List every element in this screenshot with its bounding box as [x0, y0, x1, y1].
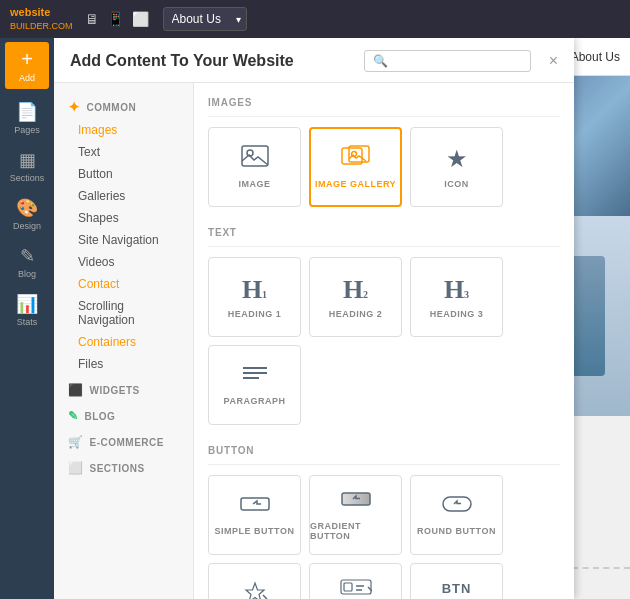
image-gallery-label: IMAGE GALLERY — [315, 179, 396, 189]
logo: websiteBUILDER.COM — [10, 6, 73, 32]
text-section-header: TEXT — [208, 223, 560, 247]
widgets-section[interactable]: ⬛ WIDGETS — [54, 375, 193, 401]
sidebar-item-pages[interactable]: 📄 Pages — [5, 95, 49, 141]
heading3-label: HEADING 3 — [430, 309, 484, 319]
nav-item-containers[interactable]: Containers — [54, 331, 193, 353]
images-grid: IMAGE IMAGE GALLERY — [208, 127, 560, 207]
grid-item-heading2[interactable]: H2 HEADING 2 — [309, 257, 402, 337]
page-dropdown-wrap: About Us — [157, 7, 247, 31]
close-button[interactable]: × — [549, 52, 558, 70]
sections-section[interactable]: ⬜ SECTIONS — [54, 453, 193, 479]
add-content-panel: Add Content To Your Website 🔍 × ✦ COMMON — [54, 38, 574, 599]
grid-item-text-button[interactable]: BTN TEXT BUTTON — [410, 563, 503, 599]
grid-item-icon-text-button[interactable]: ICON & TEXT BUTTON — [309, 563, 402, 599]
simple-button-label: SIMPLE BUTTON — [215, 526, 295, 536]
grid-item-heading1[interactable]: H1 HEADING 1 — [208, 257, 301, 337]
stats-icon: 📊 — [16, 293, 38, 315]
desktop-icon[interactable]: 🖥 — [85, 11, 99, 27]
panel-nav: ✦ COMMON Images Text Button Galleries Sh… — [54, 83, 194, 599]
blog-bullet: ✎ — [68, 409, 79, 423]
blog-section[interactable]: ✎ BLOG — [54, 401, 193, 427]
ecomm-bullet: 🛒 — [68, 435, 84, 449]
nav-item-text[interactable]: Text — [54, 141, 193, 163]
svg-rect-11 — [341, 580, 371, 594]
left-sidebar: + Add 📄 Pages ▦ Sections 🎨 Design ✎ Blog… — [0, 38, 54, 599]
svg-rect-8 — [241, 498, 269, 510]
plus-icon: + — [21, 48, 33, 71]
image-gallery-icon — [341, 145, 371, 173]
nav-item-button[interactable]: Button — [54, 163, 193, 185]
grid-item-simple-button[interactable]: SIMPLE BUTTON — [208, 475, 301, 555]
nav-item-videos[interactable]: Videos — [54, 251, 193, 273]
sections-bullet: ⬜ — [68, 461, 84, 475]
text-grid: H1 HEADING 1 H2 HEADING 2 H3 HEADING 3 — [208, 257, 560, 425]
panel-header: Add Content To Your Website 🔍 × — [54, 38, 574, 83]
paragraph-icon — [241, 364, 269, 390]
page-dropdown[interactable]: About Us — [163, 7, 247, 31]
sections-label: Sections — [10, 173, 45, 183]
h3-icon: H3 — [444, 275, 469, 305]
nav-item-images[interactable]: Images — [54, 119, 193, 141]
nav-item-galleries[interactable]: Galleries — [54, 185, 193, 207]
nav-item-contact[interactable]: Contact — [54, 273, 193, 295]
round-button-icon — [441, 494, 473, 520]
panel-body: ✦ COMMON Images Text Button Galleries Sh… — [54, 83, 574, 599]
grid-item-round-button[interactable]: ROUND BUTTON — [410, 475, 503, 555]
button-section-header: BUTTON — [208, 441, 560, 465]
blog-icon: ✎ — [20, 245, 35, 267]
grid-item-paragraph[interactable]: PARAGRAPH — [208, 345, 301, 425]
search-box: 🔍 — [364, 50, 531, 72]
sections-icon: ▦ — [19, 149, 36, 171]
design-icon: 🎨 — [16, 197, 38, 219]
common-section-title: ✦ COMMON — [54, 93, 193, 119]
mobile-icon[interactable]: 📱 — [107, 11, 124, 27]
simple-button-icon — [239, 494, 271, 520]
widgets-bullet: ⬛ — [68, 383, 84, 397]
nav-item-scrolling-navigation[interactable]: Scrolling Navigation — [54, 295, 193, 331]
top-bar: websiteBUILDER.COM 🖥 📱 ⬜ About Us — [0, 0, 630, 38]
button-grid: SIMPLE BUTTON GRADIENT BUTTON — [208, 475, 560, 599]
svg-rect-12 — [344, 583, 352, 591]
sidebar-item-design[interactable]: 🎨 Design — [5, 191, 49, 237]
add-label: Add — [19, 73, 35, 83]
icon-icon: ★ — [446, 145, 468, 173]
grid-item-heading3[interactable]: H3 HEADING 3 — [410, 257, 503, 337]
round-button-label: ROUND BUTTON — [417, 526, 496, 536]
nav-item-site-navigation[interactable]: Site Navigation — [54, 229, 193, 251]
paragraph-label: PARAGRAPH — [224, 396, 286, 406]
images-section-header: IMAGES — [208, 93, 560, 117]
h2-icon: H2 — [343, 275, 368, 305]
top-bar-icons: 🖥 📱 ⬜ — [85, 11, 149, 27]
image-label: IMAGE — [238, 179, 270, 189]
grid-item-image[interactable]: IMAGE — [208, 127, 301, 207]
sidebar-item-blog[interactable]: ✎ Blog — [5, 239, 49, 285]
main-layout: + Add 📄 Pages ▦ Sections 🎨 Design ✎ Blog… — [0, 38, 630, 599]
icon-label: ICON — [444, 179, 469, 189]
sidebar-item-sections[interactable]: ▦ Sections — [5, 143, 49, 189]
grid-item-gradient-button[interactable]: GRADIENT BUTTON — [309, 475, 402, 555]
panel-title: Add Content To Your Website — [70, 52, 294, 70]
nav-item-shapes[interactable]: Shapes — [54, 207, 193, 229]
sidebar-item-stats[interactable]: 📊 Stats — [5, 287, 49, 333]
design-label: Design — [13, 221, 41, 231]
grid-item-icon[interactable]: ★ ICON — [410, 127, 503, 207]
ecommerce-section[interactable]: 🛒 E-COMMERCE — [54, 427, 193, 453]
content-area: Add Content To Your Website 🔍 × ✦ COMMON — [54, 38, 630, 599]
panel-content: IMAGES IMAGE — [194, 83, 574, 599]
add-button[interactable]: + Add — [5, 42, 49, 89]
search-input[interactable] — [392, 54, 522, 68]
grid-item-image-gallery[interactable]: IMAGE GALLERY — [309, 127, 402, 207]
tablet-icon[interactable]: ⬜ — [132, 11, 149, 27]
image-icon — [241, 145, 269, 173]
gradient-button-icon — [340, 489, 372, 515]
nav-item-files[interactable]: Files — [54, 353, 193, 375]
blog-label: Blog — [18, 269, 36, 279]
heading2-label: HEADING 2 — [329, 309, 383, 319]
heading1-label: HEADING 1 — [228, 309, 282, 319]
text-button-icon: BTN — [442, 581, 472, 600]
svg-rect-0 — [242, 146, 268, 166]
gradient-button-label: GRADIENT BUTTON — [310, 521, 401, 541]
preview-nav-about[interactable]: About Us — [571, 50, 620, 64]
grid-item-icon-button[interactable]: ICON BUTTON — [208, 563, 301, 599]
h1-icon: H1 — [242, 275, 267, 305]
